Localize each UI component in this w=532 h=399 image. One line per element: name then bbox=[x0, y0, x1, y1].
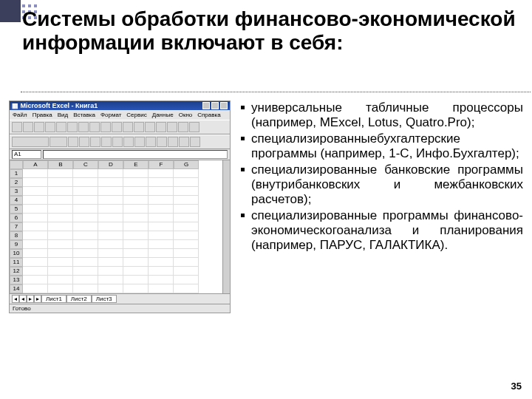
excel-icon: ▦ bbox=[12, 102, 18, 109]
excel-screenshot: ▦ Microsoft Excel - Книга1 ФайлПравкаВид… bbox=[9, 100, 231, 313]
slide-title: Системы обработки финансово-экономическо… bbox=[21, 7, 525, 55]
list-item: специализированные банковские программы … bbox=[251, 163, 523, 207]
window-controls bbox=[202, 102, 228, 109]
title-underline bbox=[21, 92, 531, 92]
excel-toolbar-standard bbox=[10, 120, 230, 134]
list-item: специализированные программы финансово-э… bbox=[251, 208, 523, 253]
excel-sheet: 1234567891011121314 ABCDEFG bbox=[10, 160, 230, 293]
excel-formula-bar: A1 bbox=[10, 149, 230, 160]
list-item: универсальные табличные процессоры (напр… bbox=[251, 100, 523, 130]
excel-namebox: A1 bbox=[12, 150, 41, 159]
excel-window-title: Microsoft Excel - Книга1 bbox=[21, 102, 98, 109]
excel-menubar: ФайлПравкаВидВставкаФорматСервисДанныеОк… bbox=[10, 110, 230, 120]
excel-formula-input bbox=[43, 150, 228, 159]
excel-scrollbar-vertical bbox=[222, 160, 230, 293]
bullet-list: универсальные табличные процессоры (напр… bbox=[238, 100, 523, 313]
corner-accent bbox=[0, 0, 21, 22]
list-item: специализированныебухгалтерские программ… bbox=[251, 132, 523, 161]
excel-status-bar: Готово bbox=[10, 304, 230, 313]
excel-sheet-tabs: ◂◂▸▸ Лист1Лист2Лист3 bbox=[10, 293, 230, 304]
excel-toolbar-formatting bbox=[10, 134, 230, 149]
page-number: 35 bbox=[511, 381, 522, 392]
